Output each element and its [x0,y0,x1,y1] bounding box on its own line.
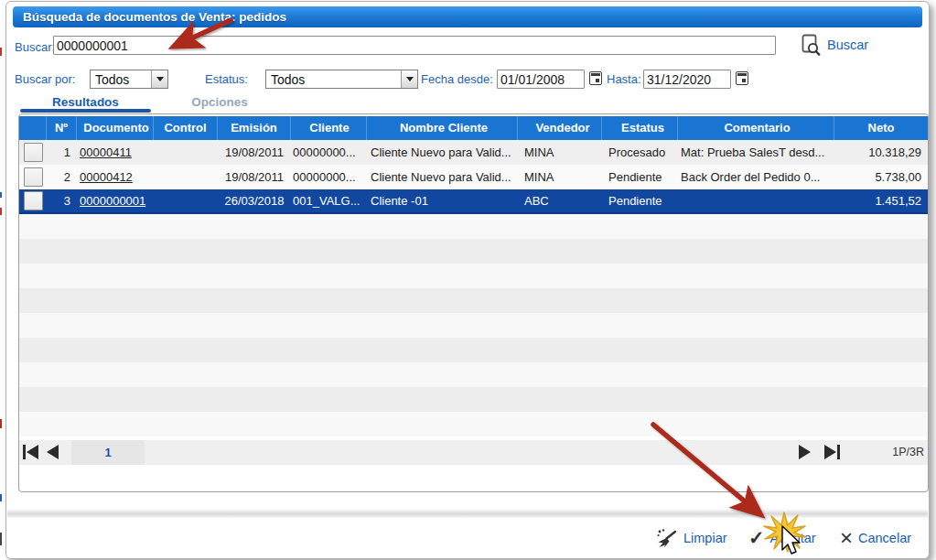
header-emision: Emisión [218,116,291,140]
cell-cliente: 00000000... [291,170,367,184]
next-page-button[interactable] [799,445,811,459]
cell-num: 3 [47,194,77,208]
empty-row [19,214,928,239]
chevron-down-icon [406,77,414,81]
cell-num: 1 [47,145,77,159]
empty-row [19,412,928,436]
calendar-icon[interactable] [736,71,748,85]
header-documento: Documento [77,116,154,140]
header-estatus: Estatus [602,116,678,140]
header-control: Control [154,116,218,140]
background-fragment [0,419,2,428]
current-page-indicator[interactable]: 1 [71,440,145,465]
cell-emision: 19/08/2011 [218,145,291,159]
pagination-bar: 1 1P/3R [19,440,928,465]
cell-comentario: Mat: Prueba SalesT desd... [678,145,834,159]
first-page-button[interactable] [23,445,38,459]
fecha-desde-label: Fecha desde: [421,72,493,86]
pagination-info: 1P/3R [892,440,924,465]
row-select-checkbox[interactable] [24,143,43,162]
cell-nombre-cliente: Cliente Nuevo para Valid... [367,145,518,159]
cell-vendedor: MINA [518,170,602,184]
buscar-button-label: Buscar [827,38,868,52]
empty-row [19,338,928,362]
fecha-desde-input[interactable] [497,70,585,89]
cell-cliente: 00000000... [291,145,367,159]
dialog-title-bar: Búsqueda de documentos de Venta: pedidos [13,6,922,27]
search-label: Buscar: [15,40,55,54]
close-icon: × [840,528,853,548]
background-fragment [0,192,2,198]
background-fragment [0,208,2,215]
cell-emision: 26/03/2018 [218,194,291,208]
row-select-checkbox[interactable] [24,191,43,210]
background-fragment [0,533,2,545]
header-neto: Neto [834,116,928,140]
cell-nombre-cliente: Cliente Nuevo para Valid... [367,170,518,184]
previous-page-button[interactable] [47,445,59,459]
cell-estatus: Pendiente [602,170,678,184]
table-row-selected[interactable]: 3 0000000001 26/03/2018 001_VALG... Clie… [19,189,928,214]
last-page-button[interactable] [824,445,840,459]
background-fragment [0,494,2,501]
cell-estatus: Procesado [602,145,678,159]
cell-nombre-cliente: Cliente -01 [367,194,518,208]
tab-opciones[interactable]: Opciones [169,95,270,109]
empty-rows [19,214,928,436]
empty-row [19,288,928,313]
table-row[interactable]: 1 00000411 19/08/2011 00000000... Client… [19,140,928,165]
cell-vendedor: ABC [518,194,602,208]
cancelar-button[interactable]: × Cancelar [840,526,911,550]
hasta-label: Hasta: [607,72,641,86]
background-fragment [0,48,2,56]
buscar-por-label: Buscar por: [15,72,75,86]
broom-icon [655,527,678,550]
buscar-por-select[interactable]: Todos [90,70,168,89]
chevron-down-icon [156,77,164,81]
aceptar-label: Aceptar [770,531,816,545]
hasta-input[interactable] [643,70,731,89]
empty-row [19,239,928,264]
search-input[interactable] [53,36,776,55]
limpiar-button[interactable]: Limpiar [655,526,727,550]
document-link[interactable]: 0000000001 [80,194,145,208]
row-select-checkbox[interactable] [24,167,43,187]
header-comentario: Comentario [678,116,834,140]
dropdown-arrow-button[interactable] [151,70,167,88]
buscar-por-value: Todos [91,72,151,87]
header-vendedor: Vendedor [518,116,602,140]
header-select-column [19,116,47,140]
table-header-row: Nº Documento Control Emisión Cliente Nom… [19,116,928,140]
dropdown-arrow-button[interactable] [401,70,417,88]
cell-cliente: 001_VALG... [291,194,367,208]
empty-row [19,362,928,387]
cell-num: 2 [47,170,77,184]
empty-row [19,313,928,338]
results-table: Nº Documento Control Emisión Cliente Nom… [18,113,929,492]
empty-row [19,387,928,412]
estatus-select[interactable]: Todos [265,70,418,89]
document-link[interactable]: 00000411 [80,145,132,159]
header-cliente: Cliente [291,116,367,140]
footer-divider [7,509,928,518]
dialog-title: Búsqueda de documentos de Venta: pedidos [23,10,286,24]
calendar-icon[interactable] [589,71,602,85]
cell-neto: 1.451,52 [834,194,928,208]
cell-emision: 19/08/2011 [218,170,291,184]
document-link[interactable]: 00000412 [80,170,133,184]
cancelar-label: Cancelar [858,531,911,545]
screen: Búsqueda de documentos de Venta: pedidos… [0,0,936,560]
estatus-value: Todos [266,72,401,87]
estatus-label: Estatus: [205,72,248,86]
search-doc-icon [802,34,821,56]
cell-neto: 5.738,00 [834,170,928,184]
buscar-button[interactable]: Buscar [802,34,868,56]
limpiar-label: Limpiar [683,531,727,545]
cell-neto: 10.318,29 [834,145,928,159]
empty-row [19,264,928,288]
check-icon: ✓ [748,528,765,548]
header-num: Nº [47,116,77,140]
tab-resultados[interactable]: Resultados [20,95,151,109]
aceptar-button[interactable]: ✓ Aceptar [748,526,816,550]
table-row[interactable]: 2 00000412 19/08/2011 00000000... Client… [19,165,928,189]
